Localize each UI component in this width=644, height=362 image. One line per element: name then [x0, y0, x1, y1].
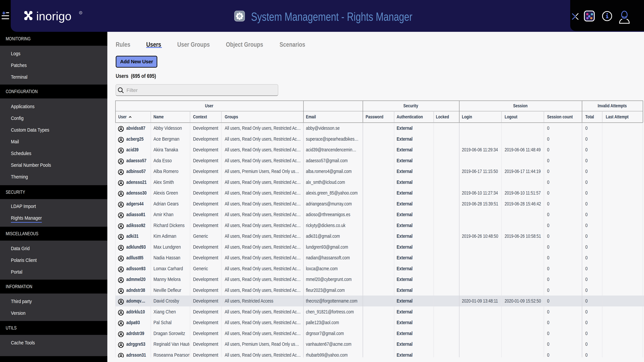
svg-text:R: R	[80, 12, 81, 14]
